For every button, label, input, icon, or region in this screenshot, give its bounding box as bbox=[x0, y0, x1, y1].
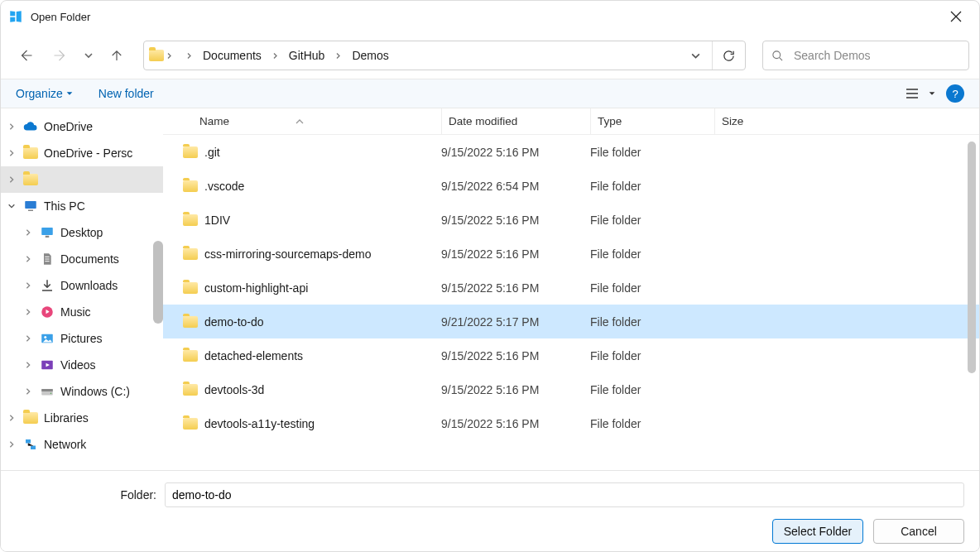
expand-icon[interactable] bbox=[24, 281, 37, 290]
file-date: 9/21/2022 5:17 PM bbox=[441, 315, 590, 329]
crumb-documents[interactable]: Documents bbox=[198, 46, 267, 65]
sidebar-item-label: This PC bbox=[44, 199, 85, 213]
folder-input[interactable] bbox=[165, 482, 964, 507]
file-row[interactable]: devtools-3d9/15/2022 5:16 PMFile folder bbox=[163, 372, 979, 406]
cancel-button[interactable]: Cancel bbox=[873, 519, 964, 544]
sidebar-item[interactable]: Windows (C:) bbox=[1, 378, 163, 405]
column-type[interactable]: Type bbox=[590, 108, 714, 134]
file-name: devtools-a11y-testing bbox=[204, 417, 315, 430]
crumb-github[interactable]: GitHub bbox=[284, 46, 330, 65]
sidebar: OneDriveOneDrive - PerscThis PCDesktopDo… bbox=[1, 108, 163, 470]
list-scrollbar[interactable] bbox=[968, 142, 976, 373]
up-button[interactable] bbox=[102, 41, 132, 70]
folder-icon bbox=[183, 282, 198, 294]
sidebar-item[interactable]: Desktop bbox=[1, 219, 163, 246]
cloud-icon bbox=[23, 119, 38, 134]
svg-rect-13 bbox=[31, 446, 36, 450]
expand-icon[interactable] bbox=[7, 175, 21, 184]
app-icon bbox=[7, 8, 24, 25]
file-row[interactable]: .vscode9/15/2022 6:54 PMFile folder bbox=[163, 169, 979, 203]
search-box[interactable] bbox=[762, 41, 969, 70]
file-type: File folder bbox=[590, 281, 714, 295]
select-folder-label: Select Folder bbox=[784, 525, 852, 538]
sidebar-item[interactable]: Music bbox=[1, 299, 163, 325]
svg-point-11 bbox=[50, 393, 52, 395]
svg-rect-1 bbox=[25, 201, 36, 209]
select-folder-button[interactable]: Select Folder bbox=[772, 519, 863, 544]
column-type-label: Type bbox=[598, 115, 622, 127]
videos-icon bbox=[40, 358, 55, 372]
sidebar-item[interactable]: Pictures bbox=[1, 325, 163, 352]
folder-icon bbox=[23, 172, 38, 187]
file-row[interactable]: 1DIV9/15/2022 5:16 PMFile folder bbox=[163, 203, 979, 237]
sidebar-item[interactable]: Downloads bbox=[1, 272, 163, 299]
network-icon bbox=[23, 437, 38, 452]
expand-icon[interactable] bbox=[24, 334, 37, 343]
expand-icon[interactable] bbox=[24, 387, 37, 396]
svg-rect-12 bbox=[26, 439, 31, 444]
crumb-sep-icon[interactable] bbox=[180, 52, 198, 60]
expand-icon[interactable] bbox=[24, 255, 37, 263]
expand-icon[interactable] bbox=[24, 308, 37, 316]
crumb-sep-icon[interactable] bbox=[267, 52, 284, 60]
sidebar-item[interactable] bbox=[1, 166, 163, 193]
help-button[interactable]: ? bbox=[946, 84, 964, 103]
sidebar-item[interactable]: This PC bbox=[1, 193, 163, 219]
sidebar-item[interactable]: Videos bbox=[1, 352, 163, 378]
file-row[interactable]: devtools-a11y-testing9/15/2022 5:16 PMFi… bbox=[163, 406, 979, 440]
sidebar-item[interactable]: OneDrive bbox=[1, 113, 163, 140]
crumb-sep-icon[interactable] bbox=[329, 52, 347, 60]
expand-icon[interactable] bbox=[7, 440, 21, 449]
view-dropdown[interactable] bbox=[925, 81, 939, 106]
sidebar-item[interactable]: Libraries bbox=[1, 405, 163, 431]
forward-button[interactable] bbox=[46, 41, 75, 70]
file-row[interactable]: detached-elements9/15/2022 5:16 PMFile f… bbox=[163, 338, 979, 372]
crumb-demos[interactable]: Demos bbox=[347, 46, 393, 65]
file-date: 9/15/2022 5:16 PM bbox=[441, 281, 590, 295]
svg-rect-10 bbox=[41, 389, 53, 391]
sidebar-item-label: OneDrive bbox=[44, 120, 93, 133]
file-date: 9/15/2022 6:54 PM bbox=[441, 180, 590, 193]
expand-icon[interactable] bbox=[7, 122, 21, 131]
refresh-button[interactable] bbox=[712, 41, 745, 70]
address-bar[interactable]: Documents GitHub Demos bbox=[143, 41, 746, 70]
expand-icon[interactable] bbox=[7, 202, 21, 210]
view-button[interactable] bbox=[900, 81, 925, 106]
expand-icon[interactable] bbox=[24, 361, 37, 369]
close-button[interactable] bbox=[939, 1, 973, 32]
sort-indicator-icon bbox=[295, 118, 304, 125]
sidebar-item[interactable]: Network bbox=[1, 431, 163, 458]
back-button[interactable] bbox=[11, 41, 41, 70]
expand-icon[interactable] bbox=[7, 414, 21, 422]
desktop-icon bbox=[40, 225, 55, 240]
file-row[interactable]: .git9/15/2022 5:16 PMFile folder bbox=[163, 135, 979, 169]
new-folder-button[interactable]: New folder bbox=[98, 87, 154, 100]
column-size[interactable]: Size bbox=[714, 108, 789, 134]
window-title: Open Folder bbox=[31, 11, 90, 23]
folder-icon bbox=[183, 316, 198, 328]
address-history-button[interactable] bbox=[679, 41, 712, 70]
column-name[interactable]: Name bbox=[193, 115, 441, 127]
file-row[interactable]: custom-highlight-api9/15/2022 5:16 PMFil… bbox=[163, 271, 979, 305]
file-date: 9/15/2022 5:16 PM bbox=[441, 417, 590, 430]
sidebar-item[interactable]: OneDrive - Persc bbox=[1, 140, 163, 166]
file-row[interactable]: css-mirroring-sourcemaps-demo9/15/2022 5… bbox=[163, 237, 979, 271]
search-input[interactable] bbox=[792, 48, 960, 63]
sidebar-item-label: Windows (C:) bbox=[60, 385, 130, 398]
sidebar-item-label: Libraries bbox=[44, 411, 89, 425]
expand-icon[interactable] bbox=[24, 228, 37, 237]
sidebar-item-label: Music bbox=[60, 305, 91, 319]
file-row[interactable]: demo-to-do9/21/2022 5:17 PMFile folder bbox=[163, 305, 979, 338]
new-folder-label: New folder bbox=[98, 87, 154, 100]
sidebar-item[interactable]: Documents bbox=[1, 246, 163, 272]
column-size-label: Size bbox=[722, 115, 743, 127]
sidebar-scrollbar[interactable] bbox=[153, 241, 163, 324]
recent-locations-button[interactable] bbox=[80, 41, 97, 70]
sidebar-item-label: Documents bbox=[60, 252, 119, 266]
sidebar-item-label: Videos bbox=[60, 358, 96, 372]
address-folder-icon[interactable] bbox=[144, 50, 177, 61]
organize-button[interactable]: Organize bbox=[16, 87, 74, 100]
expand-icon[interactable] bbox=[7, 149, 21, 157]
column-date[interactable]: Date modified bbox=[441, 108, 590, 134]
cancel-label: Cancel bbox=[901, 525, 937, 538]
